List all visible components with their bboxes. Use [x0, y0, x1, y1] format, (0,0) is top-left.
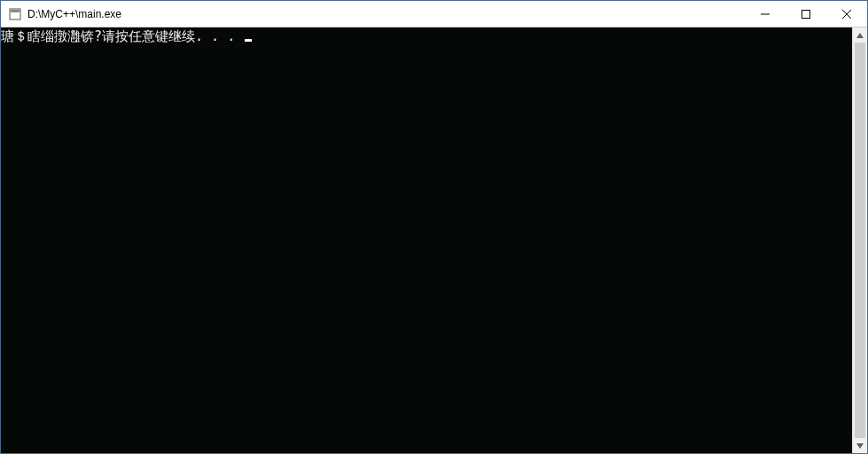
chevron-up-icon [856, 33, 864, 38]
text-cursor [245, 39, 252, 42]
minimize-icon [761, 10, 770, 19]
content-area: 瑭＄瞎缁撴灉锛?请按任意键继续. . . [1, 27, 867, 453]
console-output-area[interactable]: 瑭＄瞎缁撴灉锛?请按任意键继续. . . [1, 27, 852, 453]
console-line: 瑭＄瞎缁撴灉锛?请按任意键继续. . . [1, 28, 243, 44]
scroll-down-button[interactable] [853, 438, 867, 453]
svg-rect-1 [11, 10, 20, 12]
minimize-button[interactable] [745, 1, 786, 27]
maximize-button[interactable] [786, 1, 826, 27]
app-icon [8, 7, 22, 21]
scroll-thumb[interactable] [855, 43, 865, 438]
close-button[interactable] [826, 1, 867, 27]
maximize-icon [802, 10, 810, 19]
chevron-down-icon [856, 443, 864, 449]
window-controls [745, 1, 867, 27]
close-icon [842, 10, 851, 19]
scroll-track[interactable] [853, 43, 867, 438]
window-title: D:\MyC++\main.exe [27, 8, 745, 20]
vertical-scrollbar[interactable] [852, 27, 867, 453]
svg-rect-3 [802, 10, 810, 18]
titlebar[interactable]: D:\MyC++\main.exe [1, 1, 867, 27]
scroll-up-button[interactable] [853, 27, 867, 43]
console-window: D:\MyC++\main.exe 瑭＄瞎缁撴灉锛?请按任意键继续. . . [0, 0, 868, 454]
